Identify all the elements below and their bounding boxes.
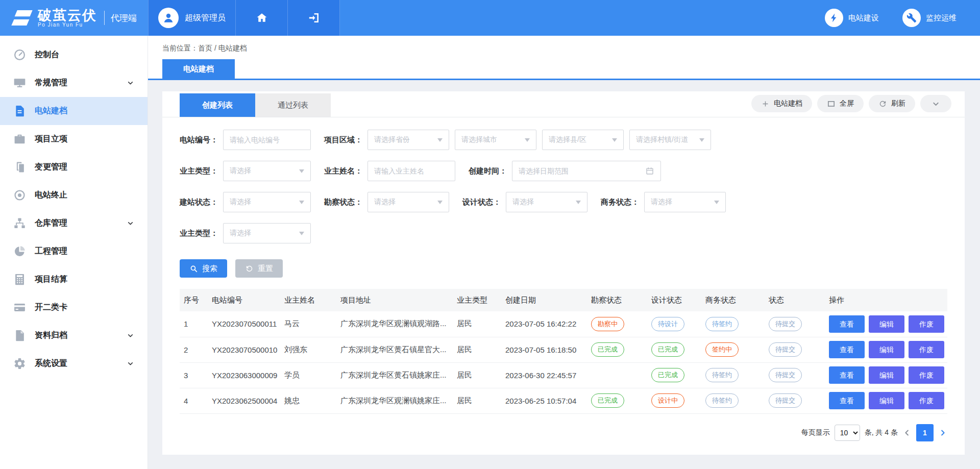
user-menu[interactable]: 超级管理员 [148,0,236,36]
page-number-button[interactable]: 1 [916,424,934,441]
cell-address: 广东深圳龙华区观澜镇观湖路... [336,311,453,337]
region-village-select[interactable]: 请选择村镇/街道 [629,130,711,150]
view-button[interactable]: 查看 [829,366,865,384]
content-card: 创建列表通过列表 电站建档全屏刷新 电站编号： 项目区域： 请选择省份 请选择城… [162,91,965,455]
sidebar-item-station-archive[interactable]: 电站建档 [0,97,148,125]
sidebar-item-label: 系统设置 [35,358,127,369]
sidebar-item-console[interactable]: 控制台 [0,41,148,69]
column-header: 商务状态 [701,289,765,311]
owner-type-select[interactable]: 请选择 [223,161,311,181]
sidebar-item-project-settlement[interactable]: 项目结算 [0,265,148,293]
tab-passed-list[interactable]: 通过列表 [255,93,331,117]
view-button[interactable]: 查看 [829,341,865,358]
collapse-button[interactable] [920,95,951,112]
cell-design-status: 已完成 [647,337,701,362]
void-button[interactable]: 作废 [909,315,944,333]
home-button[interactable] [236,0,288,36]
station-code-field[interactable] [230,136,304,144]
chevron-left-icon[interactable] [902,428,912,437]
build-status-select[interactable]: 请选择 [223,192,311,212]
cell-business-status: 签约中 [701,337,765,362]
brand-divider [104,11,105,25]
toolbar-button-label: 电站建档 [774,99,802,108]
breadcrumb-path: 首页 / 电站建档 [198,44,247,52]
cell-owner-type: 居民 [453,337,501,362]
owner-name-input[interactable] [368,161,455,181]
column-header: 勘察状态 [587,289,647,311]
brand-logo: 破茧云伏 Po Jian Yun Fu 代理端 [0,0,148,36]
main-content: 当前位置：首页 / 电站建档 电站建档 创建列表通过列表 电站建档全屏刷新 电站… [148,36,980,469]
total-count-label: 条, 共 4 条 [865,428,898,437]
fullscreen-button[interactable]: 全屏 [817,95,864,112]
refresh-button[interactable]: 刷新 [869,95,915,112]
status-badge: 已完成 [591,393,624,408]
toolbar-button-label: 刷新 [891,99,905,108]
page-tab-station-archive[interactable]: 电站建档 [162,59,235,79]
sidebar-item-data-archive[interactable]: 资料归档 [0,322,148,350]
plus-icon [761,100,770,108]
create-time-field[interactable] [519,167,641,175]
sidebar-item-label: 变更管理 [35,162,134,172]
cell-owner-name: 马云 [280,311,336,337]
filter-group-owner-type: 业主类型： 请选择 [180,161,311,181]
sidebar-item-label: 控制台 [35,50,134,60]
home-icon [256,12,268,24]
region-county-select[interactable]: 请选择县/区 [542,130,624,150]
column-header: 设计状态 [647,289,701,311]
cell-owner-type: 居民 [453,388,501,413]
filter-label: 业主姓名： [324,166,362,176]
select-placeholder: 请选择县/区 [549,135,608,144]
edit-button[interactable]: 编辑 [869,392,904,409]
sidebar-item-change-management[interactable]: 变更管理 [0,153,148,181]
caret-down-icon [699,138,704,142]
sidebar-item-system-settings[interactable]: 系统设置 [0,350,148,378]
search-button-label: 搜索 [202,264,217,274]
breadcrumb-prefix: 当前位置： [162,44,198,52]
page-size-select[interactable]: 10 [835,425,860,441]
filter-group-build-status: 建站状态： 请选择 [180,192,311,212]
create-station-button[interactable]: 电站建档 [751,95,812,112]
station-code-input[interactable] [223,130,311,150]
owner-type-2-select[interactable]: 请选择 [223,223,311,243]
filter-actions: 搜索 重置 [162,254,965,279]
tab-create-list[interactable]: 创建列表 [180,93,255,117]
void-button[interactable]: 作废 [909,392,944,409]
chevron-down-icon [127,332,134,339]
status-badge: 待签约 [705,317,739,331]
region-province-select[interactable]: 请选择省份 [368,130,449,150]
owner-name-field[interactable] [374,167,449,175]
module-station-construction[interactable]: 电站建设 [825,9,879,27]
document-icon [13,105,26,117]
reset-button[interactable]: 重置 [235,259,283,278]
edit-button[interactable]: 编辑 [869,366,904,384]
filter-group-region-county: 请选择县/区 [542,130,624,150]
sidebar-item-general-management[interactable]: 常规管理 [0,69,148,97]
design-status-select[interactable]: 请选择 [506,192,587,212]
sidebar-item-station-termination[interactable]: 电站终止 [0,181,148,209]
sidebar-item-warehouse-management[interactable]: 仓库管理 [0,209,148,237]
status-badge: 待设计 [651,317,684,331]
edit-button[interactable]: 编辑 [869,315,904,333]
view-button[interactable]: 查看 [829,315,865,333]
sidebar-item-label: 电站建档 [35,106,134,116]
portal-label: 代理端 [111,12,137,24]
caret-down-icon [299,232,304,235]
view-button[interactable]: 查看 [829,392,865,409]
void-button[interactable]: 作废 [909,366,944,384]
edit-button[interactable]: 编辑 [869,341,904,358]
sidebar-item-label: 工程管理 [35,246,134,257]
search-button[interactable]: 搜索 [180,259,227,278]
status-badge: 待签约 [705,393,739,408]
survey-status-select[interactable]: 请选择 [368,192,449,212]
filter-group-create-time: 创建时间： [469,161,661,181]
sidebar-item-second-class-card[interactable]: 开二类卡 [0,293,148,322]
sidebar-item-engineering-management[interactable]: 工程管理 [0,237,148,265]
sidebar-item-project-initiation[interactable]: 项目立项 [0,125,148,153]
business-status-select[interactable]: 请选择 [644,192,726,212]
create-time-input[interactable] [512,161,661,181]
void-button[interactable]: 作废 [909,341,944,358]
region-city-select[interactable]: 请选择城市 [455,130,536,150]
module-monitoring-ops[interactable]: 监控运维 [902,9,957,27]
logout-button[interactable] [288,0,340,36]
chevron-right-icon[interactable] [938,428,947,437]
